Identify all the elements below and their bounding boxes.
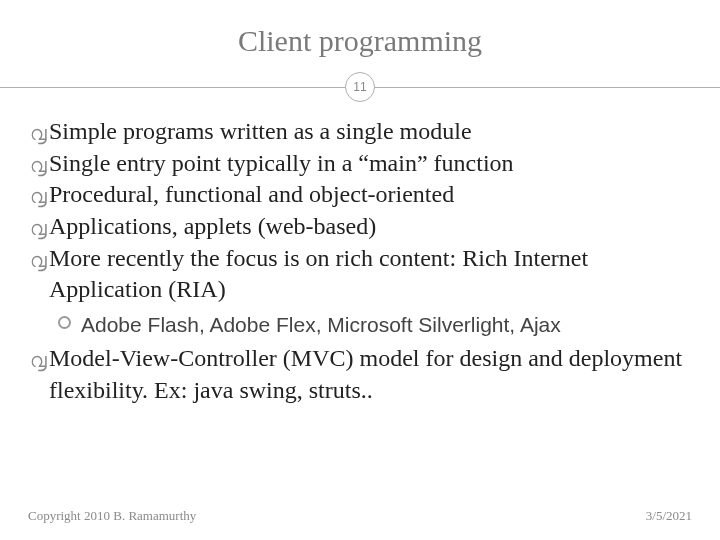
bullet-item: ൮ Single entry point typically in a “mai…: [30, 148, 690, 180]
copyright-text: Copyright 2010 B. Ramamurthy: [28, 508, 196, 524]
swirl-bullet-icon: ൮: [30, 215, 47, 241]
bullet-item: ൮ Procedural, functional and object-orie…: [30, 179, 690, 211]
bullet-item: ൮ Model-View-Controller (MVC) model for …: [30, 343, 690, 406]
sub-bullet-text: Adobe Flash, Adobe Flex, Microsoft Silve…: [81, 310, 561, 339]
swirl-bullet-icon: ൮: [30, 347, 47, 373]
bullet-text: Simple programs written as a single modu…: [49, 116, 690, 148]
circle-bullet-icon: [58, 316, 71, 329]
slide: Client programming 11 ൮ Simple programs …: [0, 0, 720, 540]
bullet-text: Single entry point typically in a “main”…: [49, 148, 690, 180]
slide-title: Client programming: [28, 24, 692, 58]
bullet-text: Model-View-Controller (MVC) model for de…: [49, 343, 690, 406]
swirl-bullet-icon: ൮: [30, 120, 47, 146]
bullet-text: Applications, applets (web-based): [49, 211, 690, 243]
swirl-bullet-icon: ൮: [30, 183, 47, 209]
title-divider: 11: [28, 72, 692, 104]
date-text: 3/5/2021: [646, 508, 692, 524]
swirl-bullet-icon: ൮: [30, 247, 47, 273]
bullet-item: ൮ Applications, applets (web-based): [30, 211, 690, 243]
content-area: ൮ Simple programs written as a single mo…: [28, 116, 692, 407]
bullet-item: ൮ More recently the focus is on rich con…: [30, 243, 690, 306]
swirl-bullet-icon: ൮: [30, 152, 47, 178]
bullet-text: More recently the focus is on rich conte…: [49, 243, 690, 306]
sub-bullet-item: Adobe Flash, Adobe Flex, Microsoft Silve…: [58, 310, 690, 339]
footer: Copyright 2010 B. Ramamurthy 3/5/2021: [28, 508, 692, 524]
page-number-badge: 11: [345, 72, 375, 102]
bullet-text: Procedural, functional and object-orient…: [49, 179, 690, 211]
bullet-item: ൮ Simple programs written as a single mo…: [30, 116, 690, 148]
